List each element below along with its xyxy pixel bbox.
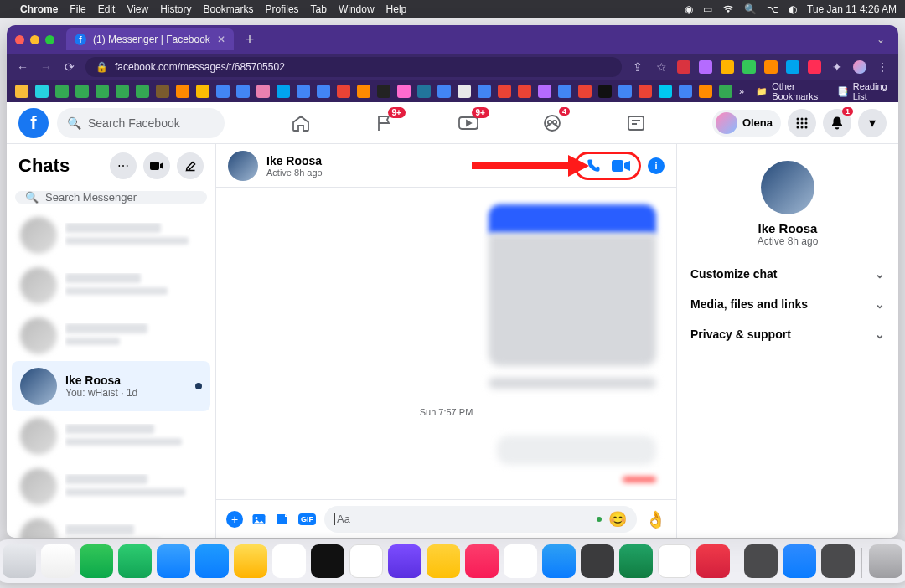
- window-collapse-caret[interactable]: ⌄: [871, 34, 890, 45]
- dock-app-zoom[interactable]: [783, 544, 816, 578]
- bookmark-icon[interactable]: [679, 85, 692, 98]
- details-customize-chat[interactable]: Customize chat⌄: [689, 259, 887, 289]
- bookmark-icon[interactable]: [176, 85, 189, 98]
- conversation-item[interactable]: [12, 311, 210, 361]
- facebook-search[interactable]: 🔍 Search Facebook: [57, 108, 225, 138]
- thumbs-up-icon[interactable]: 👌: [645, 509, 666, 529]
- composer-sticker-icon[interactable]: [275, 512, 290, 527]
- profile-chip[interactable]: Olena: [712, 110, 781, 137]
- notifications-icon[interactable]: 1: [823, 109, 851, 137]
- bookmark-icon[interactable]: [478, 85, 491, 98]
- spotlight-icon[interactable]: 🔍: [744, 3, 757, 15]
- tab-news[interactable]: [623, 111, 649, 136]
- bookmark-icon[interactable]: [156, 85, 169, 98]
- bookmark-icon[interactable]: [55, 85, 69, 98]
- conversation-item[interactable]: [12, 411, 210, 462]
- bookmark-icon[interactable]: [437, 85, 451, 98]
- bookmarks-overflow[interactable]: »: [739, 86, 744, 96]
- dock-app-safari[interactable]: [195, 544, 229, 578]
- message-attachment[interactable]: [489, 204, 656, 234]
- bookmark-icon[interactable]: [277, 85, 290, 98]
- profile-avatar-icon[interactable]: [853, 60, 866, 74]
- extension-icon[interactable]: [786, 60, 799, 74]
- bookmark-icon[interactable]: [136, 85, 149, 98]
- minimize-window-button[interactable]: [30, 35, 39, 44]
- bookmark-icon[interactable]: [196, 85, 209, 98]
- message-attachment[interactable]: [623, 477, 656, 482]
- bookmark-icon[interactable]: [317, 85, 330, 98]
- menu-profiles[interactable]: Profiles: [266, 3, 299, 15]
- account-caret-icon[interactable]: ▾: [858, 109, 887, 137]
- dock-app-messages[interactable]: [80, 544, 113, 578]
- new-tab-button[interactable]: +: [240, 31, 260, 49]
- compose-message-icon[interactable]: [177, 152, 204, 179]
- menu-history[interactable]: History: [160, 3, 191, 15]
- bookmark-icon[interactable]: [15, 85, 28, 98]
- fullscreen-window-button[interactable]: [45, 35, 54, 44]
- siri-icon[interactable]: ◐: [789, 3, 797, 15]
- details-media-files-links[interactable]: Media, files and links⌄: [689, 289, 887, 319]
- message-list[interactable]: Sun 7:57 PM: [216, 188, 676, 499]
- details-privacy-support[interactable]: Privacy & support⌄: [689, 319, 887, 349]
- share-icon[interactable]: ⇪: [630, 60, 645, 74]
- extension-icon[interactable]: [677, 60, 690, 74]
- app-name[interactable]: Chrome: [20, 3, 58, 15]
- bookmark-icon[interactable]: [35, 85, 49, 98]
- control-center-icon[interactable]: ⌥: [767, 3, 778, 15]
- dock-app-calendar[interactable]: [349, 544, 383, 578]
- bookmark-icon[interactable]: [719, 85, 732, 98]
- dock-app-excel[interactable]: [619, 544, 653, 578]
- extensions-puzzle-icon[interactable]: ✦: [830, 60, 845, 74]
- messenger-search[interactable]: 🔍 Search Messenger: [15, 191, 207, 204]
- dock-app-launchpad[interactable]: [41, 544, 75, 578]
- dock-app-photos[interactable]: [272, 544, 306, 578]
- other-bookmarks-folder[interactable]: 📁 Other Bookmarks: [756, 81, 825, 101]
- bookmark-icon[interactable]: [558, 85, 571, 98]
- back-button[interactable]: ←: [15, 60, 30, 74]
- conversation-item[interactable]: [12, 210, 210, 260]
- bookmark-icon[interactable]: [236, 85, 250, 98]
- menu-window[interactable]: Window: [339, 3, 375, 15]
- dock-app-mail[interactable]: [157, 544, 190, 578]
- bookmark-icon[interactable]: [417, 85, 431, 98]
- conversation-item[interactable]: [12, 512, 210, 538]
- menu-view[interactable]: View: [127, 3, 148, 15]
- dock-app-facetime[interactable]: [118, 544, 152, 578]
- bookmark-icon[interactable]: [256, 85, 270, 98]
- dock-app-quicktime[interactable]: [821, 544, 855, 578]
- dock-trash[interactable]: [869, 544, 902, 578]
- address-bar[interactable]: 🔒 facebook.com/messages/t/685705502: [85, 57, 622, 77]
- dock-app-notes[interactable]: [427, 544, 460, 578]
- dock-app[interactable]: [696, 544, 730, 578]
- message-attachment[interactable]: [489, 234, 656, 366]
- reload-button[interactable]: ⟳: [62, 60, 77, 74]
- bookmark-icon[interactable]: [578, 85, 592, 98]
- video-call-icon[interactable]: [612, 159, 630, 173]
- bookmark-icon[interactable]: [659, 85, 672, 98]
- dock-app-podcasts[interactable]: [388, 544, 421, 578]
- chrome-menu-icon[interactable]: ⋮: [875, 60, 890, 74]
- bookmark-icon[interactable]: [538, 85, 551, 98]
- message-attachment[interactable]: [497, 436, 656, 466]
- bookmark-icon[interactable]: [518, 85, 531, 98]
- bookmark-icon[interactable]: [377, 85, 390, 98]
- bookmark-icon[interactable]: [297, 85, 310, 98]
- dock-app-music[interactable]: [465, 544, 499, 578]
- menu-tab[interactable]: Tab: [311, 3, 327, 15]
- dock-app-appletv[interactable]: [311, 544, 344, 578]
- dock-app-appstore[interactable]: [542, 544, 576, 578]
- bookmark-icon[interactable]: [498, 85, 511, 98]
- forward-button[interactable]: →: [39, 60, 54, 74]
- conversation-info-icon[interactable]: i: [648, 157, 665, 174]
- bookmark-icon[interactable]: [216, 85, 230, 98]
- avatar[interactable]: [761, 161, 814, 214]
- clock[interactable]: Tue Jan 11 4:26 AM: [807, 3, 897, 15]
- thread-name[interactable]: Ike Roosa: [266, 154, 323, 168]
- menu-file[interactable]: File: [70, 3, 85, 15]
- bookmark-icon[interactable]: [75, 85, 89, 98]
- dock-app-slack[interactable]: [504, 544, 537, 578]
- composer-more-icon[interactable]: +: [226, 511, 243, 528]
- new-video-room-icon[interactable]: [143, 152, 170, 179]
- bookmark-icon[interactable]: [699, 85, 712, 98]
- bookmark-star-icon[interactable]: ☆: [654, 60, 669, 74]
